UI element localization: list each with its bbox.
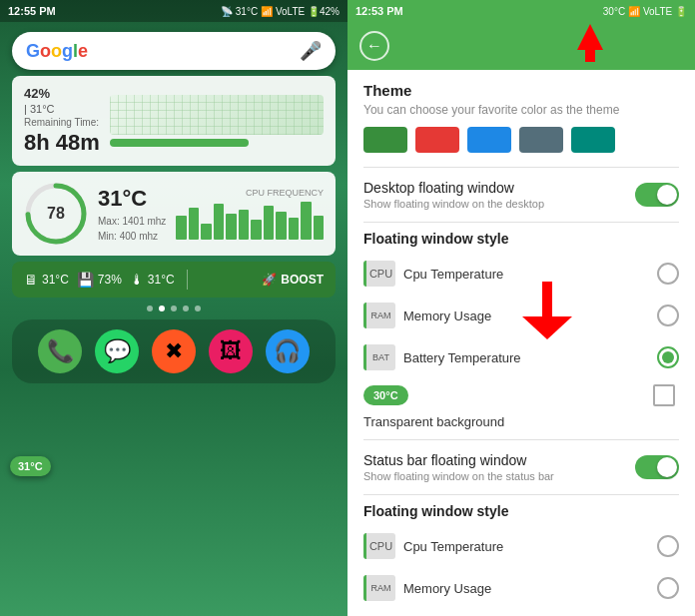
red-arrow-down [507, 282, 587, 341]
gallery-icon[interactable]: 🖼 [209, 329, 253, 373]
color-green[interactable] [363, 127, 407, 153]
battery-percent-temp: 42% [24, 86, 100, 101]
memory-icon-1: RAM [363, 303, 395, 328]
ram-item: 💾 73% [77, 272, 122, 288]
cpu-temp-label-1: Cpu Temperature [403, 267, 503, 282]
ram-bottom-label: 73% [98, 273, 122, 287]
battery-time: 8h 48m [24, 130, 100, 156]
battery-icon-1: BAT [363, 344, 395, 370]
battery-radio-1[interactable] [657, 346, 679, 368]
floating-badge-row: 30°C [348, 378, 695, 412]
temp-bottom-label: 31°C [148, 273, 175, 287]
battery-remaining-label: Remaining Time: [24, 117, 100, 128]
cpu-min: Min: 400 mhz [98, 231, 166, 242]
desktop-floating-row: Desktop floating window Show floating wi… [348, 168, 695, 222]
dot-5 [195, 306, 201, 311]
back-button[interactable]: ← [359, 31, 389, 61]
app-dock: 📞 💬 ✖ 🖼 🎧 [12, 319, 336, 383]
color-red[interactable] [415, 127, 459, 153]
cpu-temp-icon-2: CPU [363, 533, 395, 559]
boost-button[interactable]: 🚀 BOOST [262, 273, 324, 287]
google-search-bar[interactable]: Google 🎤 [12, 32, 336, 70]
settings-content: Theme You can choose your favorite color… [348, 70, 695, 616]
status-floating-title: Status bar floating window [363, 452, 554, 468]
dot-1 [147, 306, 153, 311]
cpu-chart-label: CPU FREQUENCY [176, 188, 324, 198]
phone-icon[interactable]: 📞 [38, 329, 82, 373]
cpu-temp-radio-row-2: CPU Cpu Temperature [348, 525, 695, 567]
svg-marker-2 [577, 24, 603, 50]
battery-label-1: Battery Temperature [403, 350, 521, 365]
left-panel: 12:55 PM 📡 31°C 📶 VoLTE 🔋42% Google 🎤 42… [0, 0, 348, 616]
floating-temp-badge-left: 31°C [10, 456, 51, 476]
theme-desc: You can choose your favorite color as th… [348, 103, 695, 127]
status-floating-row: Status bar floating window Show floating… [348, 440, 695, 494]
cpu-temp-radio-2[interactable] [657, 535, 679, 557]
color-gray[interactable] [519, 127, 563, 153]
cpu-item: 🖥 31°C [24, 272, 69, 288]
svg-marker-5 [522, 316, 572, 339]
color-teal[interactable] [571, 127, 615, 153]
memory-radio-1[interactable] [657, 305, 679, 326]
dot-4 [183, 306, 189, 311]
memory-radio-2[interactable] [657, 577, 679, 599]
floating-style-1-title: Floating window style [348, 223, 695, 253]
transparent-checkbox-1[interactable] [653, 384, 675, 406]
dot-2 [159, 306, 165, 311]
google-logo: Google [26, 41, 88, 62]
music-icon[interactable]: 🎧 [266, 329, 310, 373]
memory-label-2: Memory Usage [403, 581, 491, 596]
battery-level-bar [110, 139, 249, 147]
dot-3 [171, 306, 177, 311]
cpu-widget: 78 31°C Max: 1401 mhz Min: 400 mhz CPU F… [12, 172, 336, 256]
cpu-temp-radio-1[interactable] [657, 263, 679, 285]
battery-grid [110, 95, 324, 135]
color-blue[interactable] [467, 127, 511, 153]
desktop-floating-desc: Show floating window on the desktop [363, 198, 544, 210]
battery-temp-val: | 31°C [24, 103, 100, 115]
floating-style-2-title: Floating window style [348, 495, 695, 525]
whatsapp-icon[interactable]: 💬 [95, 329, 139, 373]
cpu-temp-label-2: Cpu Temperature [403, 539, 503, 554]
desktop-floating-toggle[interactable] [635, 183, 679, 207]
theme-title: Theme [348, 70, 695, 103]
memory-icon-2: RAM [363, 575, 395, 601]
status-floating-desc: Show floating window on the status bar [363, 470, 554, 482]
memory-label-1: Memory Usage [403, 308, 491, 323]
cpu-max: Max: 1401 mhz [98, 216, 166, 227]
right-panel: 12:53 PM 30°C 📶 VoLTE 🔋 ← Theme You can … [348, 0, 695, 616]
cpu-chart [176, 200, 324, 240]
cpu-percent: 78 [47, 205, 65, 223]
right-time: 12:53 PM [355, 5, 403, 17]
cpu-circle: 78 [24, 182, 88, 246]
back-icon: ← [366, 37, 382, 55]
boost-label: BOOST [281, 273, 324, 287]
settings-header: ← [348, 22, 695, 70]
temp-item: 🌡 31°C [130, 272, 175, 288]
transparent-label-1: Transparent background [348, 412, 695, 439]
status-floating-toggle[interactable] [635, 455, 679, 479]
left-status-icons: 📡 31°C 📶 VoLTE 🔋42% [221, 6, 340, 17]
game-icon[interactable]: ✖ [152, 329, 196, 373]
right-status-icons: 30°C 📶 VoLTE 🔋 [603, 6, 687, 17]
svg-rect-4 [542, 282, 552, 316]
desktop-floating-title: Desktop floating window [363, 180, 544, 196]
battery-widget: 42% | 31°C Remaining Time: 8h 48m [12, 76, 336, 166]
theme-color-swatches [348, 127, 695, 167]
status-bar-right: 12:53 PM 30°C 📶 VoLTE 🔋 [348, 0, 695, 22]
mic-icon: 🎤 [300, 40, 322, 62]
bottom-widget: 🖥 31°C 💾 73% 🌡 31°C 🚀 BOOST [12, 262, 336, 298]
memory-usage-radio-row-2: RAM Memory Usage [348, 567, 695, 609]
svg-rect-3 [585, 50, 595, 62]
dot-indicators [0, 306, 348, 311]
cpu-temp: 31°C [98, 186, 166, 212]
battery-temp-radio-row-2: BAT Battery Temperature [348, 609, 695, 616]
cpu-temp-icon-1: CPU [363, 261, 395, 287]
cpu-bottom-label: 31°C [42, 273, 69, 287]
floating-badge-30: 30°C [363, 385, 408, 405]
red-arrow-up [565, 22, 615, 62]
left-time: 12:55 PM [8, 5, 56, 17]
status-bar-left: 12:55 PM 📡 31°C 📶 VoLTE 🔋42% [0, 0, 348, 22]
battery-temp-radio-row-1: BAT Battery Temperature [348, 336, 695, 378]
